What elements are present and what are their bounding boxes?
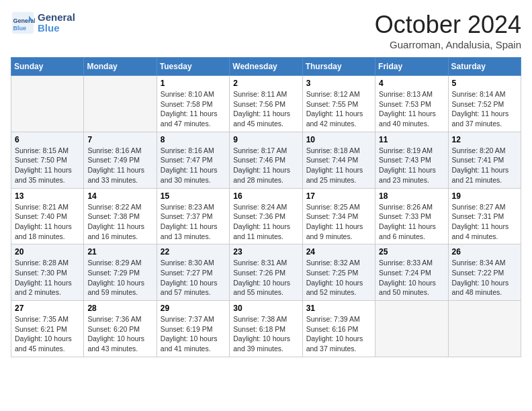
day-info: Sunrise: 7:36 AMSunset: 6:20 PMDaylight:…: [87, 314, 152, 354]
calendar-cell: [448, 301, 521, 357]
day-info: Sunrise: 7:39 AMSunset: 6:16 PMDaylight:…: [306, 314, 371, 354]
day-info: Sunrise: 8:15 AMSunset: 7:50 PMDaylight:…: [15, 146, 80, 185]
calendar-cell: [11, 76, 84, 132]
day-info: Sunrise: 8:13 AMSunset: 7:53 PMDaylight:…: [379, 89, 444, 129]
day-info: Sunrise: 7:35 AMSunset: 6:21 PMDaylight:…: [15, 314, 80, 354]
logo-text-general: General: [38, 12, 75, 24]
day-info: Sunrise: 8:11 AMSunset: 7:56 PMDaylight:…: [233, 89, 298, 129]
day-info: Sunrise: 8:19 AMSunset: 7:43 PMDaylight:…: [379, 146, 444, 185]
month-title: October 2024: [375, 11, 521, 39]
col-header-sunday: Sunday: [11, 58, 84, 76]
day-number: 24: [306, 247, 371, 257]
calendar-cell: [84, 76, 157, 132]
day-number: 20: [15, 247, 80, 257]
calendar-cell: 5Sunrise: 8:14 AMSunset: 7:52 PMDaylight…: [448, 76, 521, 132]
day-info: Sunrise: 8:18 AMSunset: 7:44 PMDaylight:…: [306, 146, 371, 185]
calendar-cell: 9Sunrise: 8:17 AMSunset: 7:46 PMDaylight…: [230, 132, 302, 188]
calendar-header-row: SundayMondayTuesdayWednesdayThursdayFrid…: [11, 58, 521, 76]
day-number: 17: [306, 191, 371, 201]
day-info: Sunrise: 8:32 AMSunset: 7:25 PMDaylight:…: [306, 258, 371, 298]
calendar-week-row: 13Sunrise: 8:21 AMSunset: 7:40 PMDayligh…: [11, 188, 521, 244]
svg-text:Blue: Blue: [13, 25, 27, 32]
day-info: Sunrise: 8:14 AMSunset: 7:52 PMDaylight:…: [452, 89, 517, 129]
col-header-wednesday: Wednesday: [230, 58, 302, 76]
day-info: Sunrise: 8:29 AMSunset: 7:29 PMDaylight:…: [87, 258, 152, 298]
day-info: Sunrise: 8:31 AMSunset: 7:26 PMDaylight:…: [233, 258, 298, 298]
col-header-tuesday: Tuesday: [157, 58, 229, 76]
day-number: 4: [379, 79, 444, 88]
calendar-cell: 29Sunrise: 7:37 AMSunset: 6:19 PMDayligh…: [157, 301, 229, 357]
day-number: 30: [233, 304, 298, 313]
day-info: Sunrise: 8:10 AMSunset: 7:58 PMDaylight:…: [161, 89, 226, 129]
col-header-saturday: Saturday: [448, 58, 521, 76]
calendar-cell: 7Sunrise: 8:16 AMSunset: 7:49 PMDaylight…: [84, 132, 157, 188]
col-header-monday: Monday: [84, 58, 157, 76]
logo: General Blue General Blue: [11, 11, 75, 35]
day-number: 13: [15, 191, 80, 201]
calendar-cell: 1Sunrise: 8:10 AMSunset: 7:58 PMDaylight…: [157, 76, 229, 132]
day-number: 7: [87, 135, 152, 144]
location: Guarroman, Andalusia, Spain: [375, 39, 521, 50]
day-number: 26: [452, 247, 517, 257]
day-number: 1: [161, 79, 226, 88]
day-number: 12: [452, 135, 517, 144]
day-number: 16: [233, 191, 298, 201]
day-info: Sunrise: 8:16 AMSunset: 7:47 PMDaylight:…: [161, 146, 226, 185]
day-info: Sunrise: 8:24 AMSunset: 7:36 PMDaylight:…: [233, 202, 298, 242]
calendar-cell: 6Sunrise: 8:15 AMSunset: 7:50 PMDaylight…: [11, 132, 84, 188]
day-info: Sunrise: 8:20 AMSunset: 7:41 PMDaylight:…: [452, 146, 517, 185]
day-number: 22: [161, 247, 226, 257]
calendar-cell: 16Sunrise: 8:24 AMSunset: 7:36 PMDayligh…: [230, 188, 302, 244]
calendar-week-row: 1Sunrise: 8:10 AMSunset: 7:58 PMDaylight…: [11, 76, 521, 132]
calendar-cell: 20Sunrise: 8:28 AMSunset: 7:30 PMDayligh…: [11, 244, 84, 301]
day-info: Sunrise: 7:37 AMSunset: 6:19 PMDaylight:…: [161, 314, 226, 354]
calendar-cell: 15Sunrise: 8:23 AMSunset: 7:37 PMDayligh…: [157, 188, 229, 244]
calendar-cell: 10Sunrise: 8:18 AMSunset: 7:44 PMDayligh…: [302, 132, 375, 188]
col-header-friday: Friday: [375, 58, 448, 76]
calendar-cell: 26Sunrise: 8:34 AMSunset: 7:22 PMDayligh…: [448, 244, 521, 301]
day-number: 8: [161, 135, 226, 144]
calendar-cell: 27Sunrise: 7:35 AMSunset: 6:21 PMDayligh…: [11, 301, 84, 357]
day-number: 27: [15, 304, 80, 313]
calendar-cell: 22Sunrise: 8:30 AMSunset: 7:27 PMDayligh…: [157, 244, 229, 301]
calendar-cell: 18Sunrise: 8:26 AMSunset: 7:33 PMDayligh…: [375, 188, 448, 244]
calendar-week-row: 6Sunrise: 8:15 AMSunset: 7:50 PMDaylight…: [11, 132, 521, 188]
col-header-thursday: Thursday: [302, 58, 375, 76]
title-block: October 2024 Guarroman, Andalusia, Spain: [375, 11, 521, 50]
calendar-week-row: 20Sunrise: 8:28 AMSunset: 7:30 PMDayligh…: [11, 244, 521, 301]
day-number: 18: [379, 191, 444, 201]
calendar-cell: 23Sunrise: 8:31 AMSunset: 7:26 PMDayligh…: [230, 244, 302, 301]
day-info: Sunrise: 8:21 AMSunset: 7:40 PMDaylight:…: [15, 202, 80, 242]
calendar-cell: 28Sunrise: 7:36 AMSunset: 6:20 PMDayligh…: [84, 301, 157, 357]
day-number: 19: [452, 191, 517, 201]
calendar-cell: 17Sunrise: 8:25 AMSunset: 7:34 PMDayligh…: [302, 188, 375, 244]
day-info: Sunrise: 8:16 AMSunset: 7:49 PMDaylight:…: [87, 146, 152, 185]
calendar-cell: 30Sunrise: 7:38 AMSunset: 6:18 PMDayligh…: [230, 301, 302, 357]
day-number: 25: [379, 247, 444, 257]
calendar-cell: 12Sunrise: 8:20 AMSunset: 7:41 PMDayligh…: [448, 132, 521, 188]
calendar-week-row: 27Sunrise: 7:35 AMSunset: 6:21 PMDayligh…: [11, 301, 521, 357]
day-number: 2: [233, 79, 298, 88]
day-info: Sunrise: 8:17 AMSunset: 7:46 PMDaylight:…: [233, 146, 298, 185]
day-number: 3: [306, 79, 371, 88]
logo-text-blue: Blue: [38, 23, 75, 34]
day-info: Sunrise: 8:23 AMSunset: 7:37 PMDaylight:…: [161, 202, 226, 242]
calendar-cell: 14Sunrise: 8:22 AMSunset: 7:38 PMDayligh…: [84, 188, 157, 244]
day-number: 10: [306, 135, 371, 144]
calendar-cell: 4Sunrise: 8:13 AMSunset: 7:53 PMDaylight…: [375, 76, 448, 132]
calendar-cell: 19Sunrise: 8:27 AMSunset: 7:31 PMDayligh…: [448, 188, 521, 244]
day-number: 11: [379, 135, 444, 144]
day-info: Sunrise: 8:26 AMSunset: 7:33 PMDaylight:…: [379, 202, 444, 242]
logo-icon: General Blue: [11, 11, 35, 35]
day-info: Sunrise: 8:28 AMSunset: 7:30 PMDaylight:…: [15, 258, 80, 298]
day-number: 15: [161, 191, 226, 201]
day-info: Sunrise: 8:30 AMSunset: 7:27 PMDaylight:…: [161, 258, 226, 298]
day-number: 29: [161, 304, 226, 313]
day-number: 14: [87, 191, 152, 201]
page-header: General Blue General Blue October 2024 G…: [11, 11, 521, 50]
day-info: Sunrise: 8:22 AMSunset: 7:38 PMDaylight:…: [87, 202, 152, 242]
calendar-cell: 24Sunrise: 8:32 AMSunset: 7:25 PMDayligh…: [302, 244, 375, 301]
calendar-cell: 25Sunrise: 8:33 AMSunset: 7:24 PMDayligh…: [375, 244, 448, 301]
day-info: Sunrise: 8:33 AMSunset: 7:24 PMDaylight:…: [379, 258, 444, 298]
day-number: 9: [233, 135, 298, 144]
